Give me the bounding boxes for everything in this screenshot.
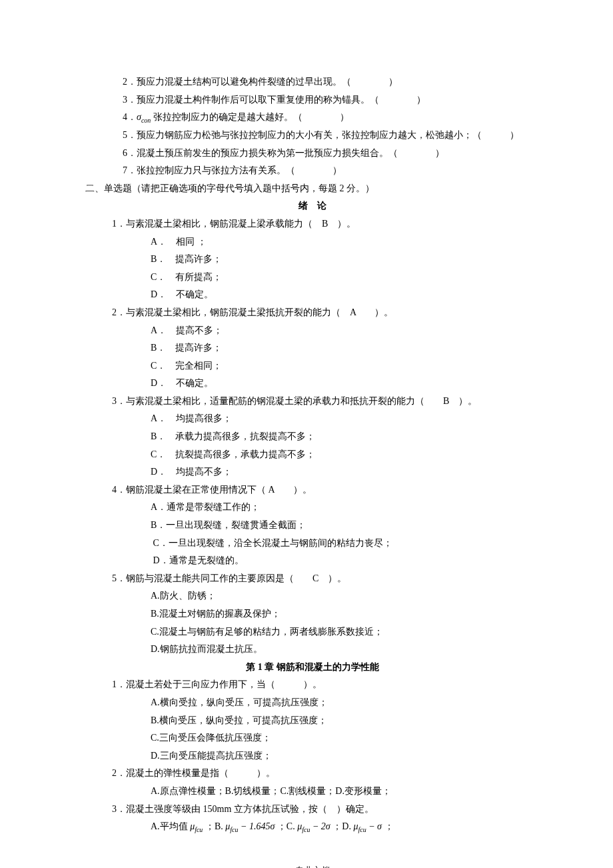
mc-q1-stem: 1．与素混凝土梁相比，钢筋混凝上梁承载能力（ B ）。 (85, 215, 540, 233)
mc-q5-b: B.混凝土对钢筋的握裹及保护； (85, 605, 540, 623)
mc-q2-d: D． 不确定。 (85, 375, 540, 393)
mc-q2-c: C． 完全相同； (85, 357, 540, 375)
section-title-intro: 绪 论 (85, 197, 540, 215)
mc-q2-a: A． 提高不多； (85, 322, 540, 340)
mc-q4-c: C．一旦出现裂缝，沿全长混凝土与钢筋间的粘结力丧尽； (85, 535, 540, 553)
mc-q1-c: C． 有所提高； (85, 269, 540, 287)
mc-section-header: 二、单选题（请把正确选项的字母代号填入题中括号内，每题 2 分。） (85, 180, 540, 198)
ch1-q1-c: C.三向受压会降低抗压强度； (85, 729, 540, 747)
ch1-q3-stem: 3．混凝土强度等级由 150mm 立方体抗压试验，按（ ）确定。 (85, 801, 540, 819)
tf-q3: 3．预应力混凝土构件制作后可以取下重复使用的称为锚具。（ ） (85, 91, 540, 109)
mc-q1-b: B． 提高许多； (85, 251, 540, 269)
section-title-ch1: 第 1 章 钢筋和混凝土的力学性能 (85, 659, 540, 677)
formula-b: μfcu − 1.645σ (225, 821, 275, 831)
page-footer: 专业文档 (85, 863, 540, 868)
ch1-q1-d: D.三向受压能提高抗压强度； (85, 747, 540, 765)
ch1-q3-end: ； (384, 821, 394, 831)
ch1-q2-opts: A.原点弹性模量；B.切线模量；C.割线模量；D.变形模量； (85, 783, 540, 801)
document-page: 2．预应力混凝土结构可以避免构件裂缝的过早出现。（ ） 3．预应力混凝土构件制作… (0, 0, 613, 868)
tf-q6: 6．混凝土预压前发生的预应力损失称为第一批预应力损失组合。（ ） (85, 145, 540, 163)
mc-q5-d: D.钢筋抗拉而混凝土抗压。 (85, 641, 540, 659)
tf-q7: 7．张拉控制应力只与张拉方法有关系。（ ） (85, 162, 540, 180)
ch1-q3-a-pre: A.平均值 (151, 821, 188, 831)
mu-fcu-symbol: μfcu (190, 821, 203, 831)
sigma-con-symbol: σcon (137, 112, 151, 122)
mc-q5-c: C.混凝土与钢筋有足够的粘结力，两者线膨胀系数接近； (85, 623, 540, 641)
tf-q4-post: 张拉控制应力的确定是越大越好。（ ） (151, 112, 349, 122)
mc-q5-stem: 5．钢筋与混凝土能共同工作的主要原因是（ C ）。 (85, 570, 540, 588)
mc-q1-a: A． 相同 ； (85, 233, 540, 251)
mc-q3-d: D． 均提高不多； (85, 463, 540, 481)
ch1-q1-stem: 1．混凝土若处于三向应力作用下，当（ ）。 (85, 676, 540, 694)
formula-d: μfcu − σ (353, 821, 382, 831)
ch1-q3-c-pre: ；C. (277, 821, 297, 831)
tf-q4: 4．σcon 张拉控制应力的确定是越大越好。（ ） (85, 109, 540, 127)
mc-q3-b: B． 承载力提高很多，抗裂提高不多； (85, 428, 540, 446)
mc-q3-a: A． 均提高很多； (85, 410, 540, 428)
formula-c: μfcu − 2σ (297, 821, 330, 831)
ch1-q3-opts: A.平均值 μfcu ；B. μfcu − 1.645σ ；C. μfcu − … (85, 818, 540, 836)
mc-q4-stem: 4．钢筋混凝土梁在正常使用情况下（ A ）。 (85, 481, 540, 499)
mc-q4-d: D．通常是无裂缝的。 (85, 552, 540, 570)
ch1-q3-d-pre: ；D. (332, 821, 353, 831)
mc-q3-stem: 3．与素混凝土梁相比，适量配筋的钢混凝土梁的承载力和抵抗开裂的能力（ B ）。 (85, 393, 540, 411)
mc-q4-a: A．通常是带裂缝工作的； (85, 499, 540, 517)
mc-q2-stem: 2．与素混凝土梁相比，钢筋混凝土梁抵抗开裂的能力（ A ）。 (85, 304, 540, 322)
ch1-q2-stem: 2．混凝土的弹性模量是指（ ）。 (85, 765, 540, 783)
mc-q3-c: C． 抗裂提高很多，承载力提高不多； (85, 446, 540, 464)
mc-q5-a: A.防火、防锈； (85, 587, 540, 605)
ch1-q1-a: A.横向受拉，纵向受压，可提高抗压强度； (85, 694, 540, 712)
mc-q4-b: B．一旦出现裂缝，裂缝贯通全截面； (85, 517, 540, 535)
tf-q5: 5．预应力钢筋应力松弛与张拉控制应力的大小有关，张拉控制应力越大，松弛越小；（ … (85, 127, 540, 145)
mc-q1-d: D． 不确定。 (85, 286, 540, 304)
ch1-q1-b: B.横向受压，纵向受拉，可提高抗压强度； (85, 712, 540, 730)
mc-q2-b: B． 提高许多； (85, 339, 540, 357)
tf-q2: 2．预应力混凝土结构可以避免构件裂缝的过早出现。（ ） (85, 73, 540, 91)
ch1-q3-b-pre: ；B. (205, 821, 225, 831)
tf-q4-pre: 4． (123, 112, 137, 122)
